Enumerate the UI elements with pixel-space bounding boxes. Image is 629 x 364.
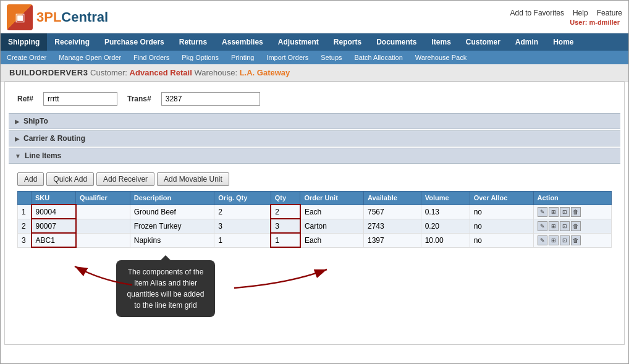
line-items-arrow-icon: ▼: [15, 153, 21, 159]
nav-reports[interactable]: Reports: [326, 33, 369, 51]
row3-sku: ABC1: [32, 233, 76, 247]
row1-available: 7567: [363, 205, 421, 219]
row3-description: Napkins: [130, 233, 214, 247]
row1-sku: 90004: [32, 205, 76, 219]
subnav-pkg-options[interactable]: Pkg Options: [175, 51, 225, 64]
carrier-section-header[interactable]: ▶ Carrier & Routing: [9, 130, 620, 146]
col-qty: Qty: [271, 192, 300, 205]
annotation-area: The components of the Item Alias and thi…: [17, 248, 612, 334]
row3-orig-qty: 1: [214, 233, 271, 247]
line-items-buttons: Add Quick Add Add Receiver Add Movable U…: [17, 172, 612, 186]
nav-receiving[interactable]: Receiving: [47, 33, 97, 51]
row1-num: 1: [18, 205, 32, 219]
row2-description: Frozen Turkey: [130, 219, 214, 233]
subnav-printing[interactable]: Printing: [225, 51, 260, 64]
row3-action[interactable]: ✎ ⊞ ⊡ 🗑: [533, 233, 611, 247]
copy-icon[interactable]: ⊡: [560, 207, 570, 217]
row2-available: 2743: [363, 219, 421, 233]
col-num: [18, 192, 32, 205]
edit-icon[interactable]: ✎: [538, 207, 547, 217]
nav-returns[interactable]: Returns: [172, 33, 214, 51]
nav-admin[interactable]: Admin: [508, 33, 546, 51]
nav-items[interactable]: Items: [424, 33, 458, 51]
col-orig-qty: Orig. Qty: [214, 192, 271, 205]
row1-qualifier: [76, 205, 130, 219]
row2-num: 2: [18, 219, 32, 233]
trans-label: Trans#: [127, 95, 151, 103]
col-action: Action: [533, 192, 611, 205]
shipto-section-header[interactable]: ▶ ShipTo: [9, 113, 620, 129]
nav-customer[interactable]: Customer: [458, 33, 508, 51]
nav-purchase-orders[interactable]: Purchase Orders: [97, 33, 172, 51]
row3-num: 3: [18, 233, 32, 247]
subnav-create-order[interactable]: Create Order: [1, 51, 53, 64]
add-button[interactable]: Add: [17, 172, 44, 186]
copy-icon[interactable]: ⊡: [560, 221, 570, 231]
split-icon[interactable]: ⊞: [549, 207, 559, 217]
logo-text: 3PLCentral: [36, 9, 108, 25]
ref-input[interactable]: [43, 92, 117, 106]
carrier-arrow-icon: ▶: [15, 135, 20, 142]
nav-documents[interactable]: Documents: [369, 33, 424, 51]
nav-assemblies[interactable]: Assemblies: [214, 33, 271, 51]
page-header: BuildOrderVer3 Customer: Advanced Retail…: [1, 64, 628, 82]
nav-adjustment[interactable]: Adjustment: [271, 33, 326, 51]
row2-sku: 90007: [32, 219, 76, 233]
row2-action[interactable]: ✎ ⊞ ⊡ 🗑: [533, 219, 611, 233]
table-row: 3 ABC1 Napkins 1 1 Each 1397 10.00 no: [18, 233, 612, 247]
row1-description: Ground Beef: [130, 205, 214, 219]
row1-volume: 0.13: [421, 205, 470, 219]
line-items-section-title: Line Items: [25, 151, 61, 160]
annotation-arrows: [17, 248, 612, 334]
table-row: 1 90004 Ground Beef 2 2 Each 7567 0.13 n…: [18, 205, 612, 219]
nav-shipping[interactable]: Shipping: [1, 33, 47, 51]
row3-qty: 1: [271, 233, 300, 247]
subnav-import-orders[interactable]: Import Orders: [260, 51, 314, 64]
row3-qualifier: [76, 233, 130, 247]
logo-area: 3PLCentral: [7, 4, 108, 30]
delete-icon[interactable]: 🗑: [571, 221, 581, 231]
subnav-warehouse-pack[interactable]: Warehouse Pack: [409, 51, 473, 64]
edit-icon[interactable]: ✎: [538, 235, 547, 245]
row3-available: 1397: [363, 233, 421, 247]
add-to-favorites-link[interactable]: Add to Favorites: [510, 9, 564, 17]
table-row: 2 90007 Frozen Turkey 3 3 Carton 2743 0.…: [18, 219, 612, 233]
logo-icon: [7, 4, 33, 30]
delete-icon[interactable]: 🗑: [571, 207, 581, 217]
quick-add-button[interactable]: Quick Add: [46, 172, 94, 186]
row2-over-alloc: no: [470, 219, 533, 233]
trans-input[interactable]: [161, 92, 260, 106]
row2-orig-qty: 3: [214, 219, 271, 233]
row3-over-alloc: no: [470, 233, 533, 247]
warehouse-value: L.A. Gateway: [240, 68, 290, 77]
split-icon[interactable]: ⊞: [549, 221, 559, 231]
copy-icon[interactable]: ⊡: [560, 235, 570, 245]
subnav-manage-open-order[interactable]: Manage Open Order: [53, 51, 127, 64]
col-qualifier: Qualifier: [76, 192, 130, 205]
line-items-table: SKU Qualifier Description Orig. Qty Qty …: [17, 191, 612, 248]
split-icon[interactable]: ⊞: [549, 235, 559, 245]
nav-home[interactable]: Home: [546, 33, 581, 51]
subnav-setups[interactable]: Setups: [314, 51, 348, 64]
edit-icon[interactable]: ✎: [538, 221, 547, 231]
page-title: BuildOrderVer3: [9, 68, 88, 77]
row2-volume: 0.20: [421, 219, 470, 233]
col-volume: Volume: [421, 192, 470, 205]
add-receiver-button[interactable]: Add Receiver: [96, 172, 154, 186]
line-items-section-header[interactable]: ▼ Line Items: [9, 148, 620, 164]
help-link[interactable]: Help: [573, 9, 588, 17]
add-movable-unit-button[interactable]: Add Movable Unit: [157, 172, 229, 186]
form-row: Ref# Trans#: [9, 86, 620, 112]
col-available: Available: [363, 192, 421, 205]
delete-icon[interactable]: 🗑: [571, 235, 581, 245]
row3-order-unit: Each: [300, 233, 364, 247]
subnav-find-orders[interactable]: Find Orders: [127, 51, 175, 64]
feature-link[interactable]: Feature: [597, 9, 622, 17]
shipto-section-title: ShipTo: [23, 117, 48, 125]
subnav-batch-allocation[interactable]: Batch Allocation: [348, 51, 409, 64]
customer-value: Advanced Retail: [130, 68, 192, 77]
sub-nav: Create Order Manage Open Order Find Orde…: [1, 51, 628, 64]
ref-label: Ref#: [17, 95, 33, 103]
row1-action[interactable]: ✎ ⊞ ⊡ 🗑: [533, 205, 611, 219]
col-order-unit: Order Unit: [300, 192, 364, 205]
